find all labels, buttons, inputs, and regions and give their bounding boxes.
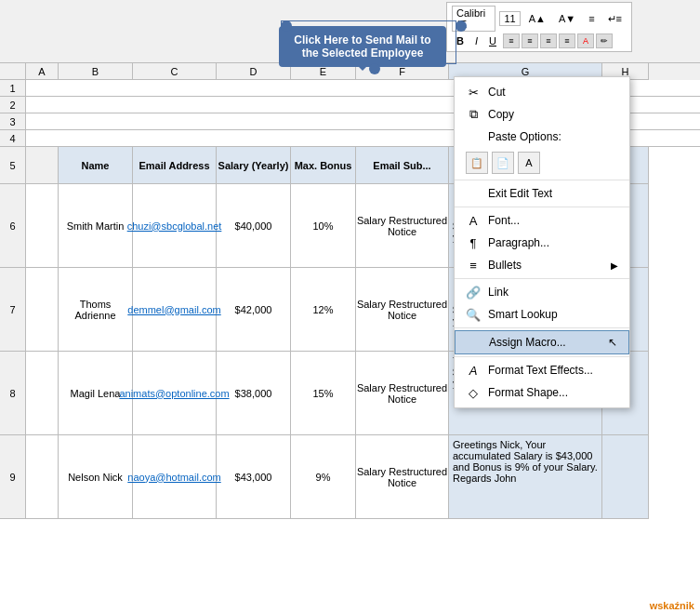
ctx-sep-2 <box>455 207 629 207</box>
align-left-top-button[interactable]: ≡ <box>584 11 599 26</box>
col-header-A: A <box>26 63 59 80</box>
cell-A9 <box>26 435 59 519</box>
tooltip-handle-tl[interactable] <box>281 20 292 32</box>
ctx-smart-lookup-label: Smart Lookup <box>488 308 558 321</box>
grow-font-button[interactable]: A▲ <box>524 11 550 26</box>
shrink-font-button[interactable]: A▼ <box>554 11 580 26</box>
ctx-format-text-label: Format Text Effects... <box>488 364 593 377</box>
email-link-row7[interactable]: demmel@gmail.com <box>127 304 220 315</box>
align-center-button[interactable]: ≡ <box>522 33 538 48</box>
context-menu: ✂ Cut ⧉ Copy Paste Options: 📋 📄 A Exit E… <box>454 76 630 408</box>
ctx-exit-edit[interactable]: Exit Edit Text <box>455 182 629 205</box>
row-num-6: 6 <box>0 184 26 268</box>
col-header-B: B <box>59 63 133 80</box>
cell-C8[interactable]: animats@optonline.com <box>133 352 217 435</box>
cell-D7[interactable]: $42,000 <box>217 268 291 352</box>
cell-E5[interactable]: Max. Bonus <box>291 147 356 184</box>
tooltip-handle-bottom[interactable] <box>369 63 380 74</box>
tooltip-handle-tr[interactable] <box>456 20 467 32</box>
ctx-paste-label: Paste Options: <box>488 130 561 143</box>
ctx-sep-1 <box>455 180 629 180</box>
wrap-button[interactable]: ↵≡ <box>603 11 627 27</box>
ctx-sep-3 <box>455 278 629 279</box>
italic-button[interactable]: I <box>470 33 482 48</box>
ctx-bullets-label: Bullets <box>488 259 522 272</box>
ctx-smart-lookup[interactable]: 🔍 Smart Lookup <box>455 303 629 326</box>
cell-D5[interactable]: Salary (Yearly) <box>217 147 291 184</box>
ctx-exit-label: Exit Edit Text <box>488 187 552 200</box>
cell-H9 <box>602 435 649 519</box>
ctx-copy-label: Copy <box>488 108 514 121</box>
paste-default-button[interactable]: 📋 <box>466 152 488 174</box>
cell-B9[interactable]: Nelson Nick <box>59 435 133 519</box>
ctx-assign-macro-label: Assign Macro... <box>489 336 566 349</box>
ctx-cut-label: Cut <box>488 86 506 99</box>
link-icon: 🔗 <box>466 285 481 300</box>
ctx-format-shape[interactable]: ◇ Format Shape... <box>455 381 629 404</box>
row-num-1: 1 <box>0 80 26 97</box>
cell-C6[interactable]: chuzi@sbcglobal.net <box>133 184 217 268</box>
align-left-button[interactable]: ≡ <box>503 33 520 48</box>
tooltip-border-top <box>281 20 456 21</box>
cell-E6[interactable]: 10% <box>291 184 356 268</box>
font-icon: A <box>466 213 481 228</box>
cell-D6[interactable]: $40,000 <box>217 184 291 268</box>
cell-G9[interactable]: Greetings Nick, Your accumulated Salary … <box>449 435 602 519</box>
row-num-8: 8 <box>0 352 26 435</box>
tooltip-bubble: Click Here to Send Mail to the Selected … <box>279 26 446 67</box>
highlight-button[interactable]: ✏ <box>596 33 613 48</box>
cell-E9[interactable]: 9% <box>291 435 356 519</box>
paste-values-button[interactable]: 📄 <box>492 152 514 174</box>
bullets-arrow-icon: ▶ <box>611 260 618 271</box>
cell-B5[interactable]: Name <box>59 147 133 184</box>
row-num-7: 7 <box>0 268 26 352</box>
bold-button[interactable]: B <box>452 33 469 48</box>
paste-icon <box>466 129 481 144</box>
cursor-indicator: ↖ <box>608 336 617 349</box>
ctx-paragraph[interactable]: ¶ Paragraph... <box>455 232 629 254</box>
cell-B7[interactable]: Thoms Adrienne <box>59 268 133 352</box>
cell-F6[interactable]: Salary Restructured Notice <box>356 184 449 268</box>
cell-C5[interactable]: Email Address <box>133 147 217 184</box>
cell-E7[interactable]: 12% <box>291 268 356 352</box>
ctx-bullets[interactable]: ≡ Bullets ▶ <box>455 254 629 276</box>
tooltip-text: Click Here to Send Mail to the Selected … <box>294 33 430 60</box>
font-toolbar: Calibri (E 11 A▲ A▼ ≡ ↵≡ B I U ≡ ≡ ≡ ≡ A… <box>446 2 632 52</box>
cell-F7[interactable]: Salary Restructured Notice <box>356 268 449 352</box>
cell-F5[interactable]: Email Sub... <box>356 147 449 184</box>
cell-F8[interactable]: Salary Restructured Notice <box>356 352 449 435</box>
align-right-button[interactable]: ≡ <box>540 33 557 48</box>
email-link-row8[interactable]: animats@optonline.com <box>119 388 229 399</box>
col-header-C: C <box>133 63 217 80</box>
ctx-link-label: Link <box>488 286 508 299</box>
cell-D8[interactable]: $38,000 <box>217 352 291 435</box>
email-link-row9[interactable]: naoya@hotmail.com <box>127 472 220 483</box>
exit-icon <box>466 186 481 201</box>
email-link-row6[interactable]: chuzi@sbcglobal.net <box>127 220 222 232</box>
cell-B6[interactable]: Smith Martin <box>59 184 133 268</box>
font-color-button[interactable]: A <box>577 33 594 48</box>
cell-A6 <box>26 184 59 268</box>
ctx-copy[interactable]: ⧉ Copy <box>455 103 629 126</box>
paste-format-button[interactable]: A <box>518 152 540 174</box>
cell-D9[interactable]: $43,000 <box>217 435 291 519</box>
bullets-icon: ≡ <box>466 258 481 273</box>
cell-C9[interactable]: naoya@hotmail.com <box>133 435 217 519</box>
ctx-assign-macro[interactable]: Assign Macro... ↖ <box>455 330 629 354</box>
ctx-format-text[interactable]: A Format Text Effects... <box>455 359 629 381</box>
row-num-9: 9 <box>0 435 26 519</box>
ctx-paragraph-label: Paragraph... <box>488 236 549 249</box>
cell-F9[interactable]: Salary Restructured Notice <box>356 435 449 519</box>
ctx-cut[interactable]: ✂ Cut <box>455 81 629 103</box>
ctx-sep-5 <box>455 356 629 357</box>
align-justify-button[interactable]: ≡ <box>559 33 575 48</box>
cell-C7[interactable]: demmel@gmail.com <box>133 268 217 352</box>
row-num-4: 4 <box>0 130 26 147</box>
underline-button[interactable]: U <box>484 33 501 48</box>
ctx-sep-4 <box>455 327 629 328</box>
ctx-font[interactable]: A Font... <box>455 209 629 232</box>
ctx-link[interactable]: 🔗 Link <box>455 281 629 303</box>
font-size-box[interactable]: 11 <box>499 11 520 26</box>
cell-E8[interactable]: 15% <box>291 352 356 435</box>
row-9: 9 Nelson Nick naoya@hotmail.com $43,000 … <box>0 435 700 519</box>
